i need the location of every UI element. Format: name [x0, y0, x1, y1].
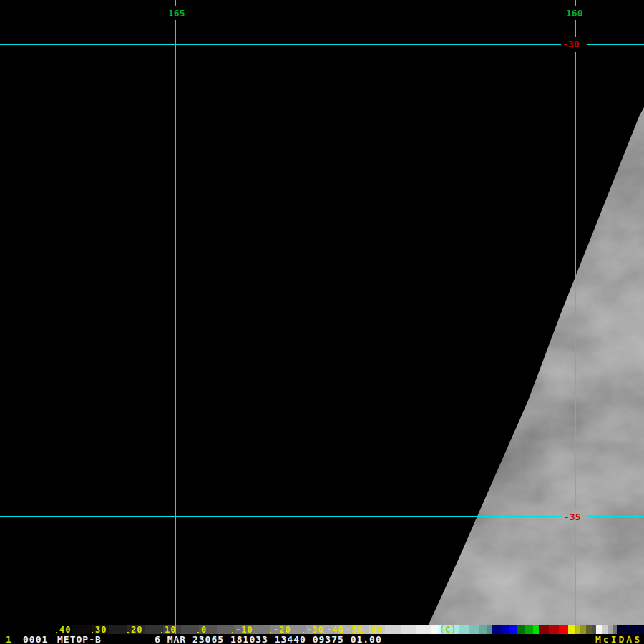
colorbar-tick-mark — [361, 632, 363, 633]
meridian-line — [575, 0, 576, 6]
colorbar-segment — [502, 625, 509, 634]
colorbar-segment — [487, 625, 492, 634]
colorbar-segment — [181, 625, 199, 634]
image-id: 0001 — [23, 635, 48, 644]
meridian-line — [175, 20, 176, 634]
satellite-image-canvas[interactable] — [0, 0, 644, 644]
meridian-line — [575, 20, 576, 37]
longitude-label: 165 — [168, 9, 185, 19]
parallel-line — [0, 516, 561, 517]
colorbar-segment — [559, 625, 568, 634]
colorbar-tick-label: -50 — [346, 625, 364, 634]
parallel-line — [0, 44, 561, 45]
colorbar-segment — [608, 625, 613, 634]
colorbar-segment — [401, 625, 416, 634]
colorbar-segment — [549, 625, 559, 634]
colorbar-tick-mark — [323, 632, 324, 633]
mcidas-image-viewer: 165160-30-35403020100-10-20-30-40-50-60(… — [0, 0, 644, 644]
colorbar-segment — [580, 625, 586, 634]
colorbar-segment — [517, 625, 525, 634]
colorbar-segment — [509, 625, 517, 634]
colorbar-tick-label: 40 — [59, 625, 71, 634]
colorbar-tick-label: -10 — [235, 625, 253, 634]
colorbar-tick-label: 30 — [95, 625, 107, 634]
colorbar-segment — [109, 625, 127, 634]
frame-number: 1 — [6, 635, 12, 644]
colorbar-tick-label: -60 — [365, 625, 383, 634]
latitude-label: -35 — [564, 512, 580, 522]
colorbar-tick-label: 10 — [165, 625, 176, 634]
colorbar-tick-label: -40 — [326, 625, 344, 634]
colorbar-segment — [525, 625, 533, 634]
parallel-line — [587, 516, 644, 517]
colorbar-segment — [617, 625, 644, 634]
colorbar-tick-mark — [303, 632, 304, 633]
colorbar-tick-mark — [127, 632, 129, 633]
colorbar-segment — [253, 625, 270, 634]
colorbar-segment — [385, 625, 401, 634]
colorbar-segment — [539, 625, 549, 634]
colorbar-segment — [416, 625, 431, 634]
longitude-label: 160 — [566, 9, 582, 19]
colorbar-segment — [586, 625, 592, 634]
satellite-name: METOP-B — [57, 635, 102, 644]
colorbar-segment — [431, 625, 438, 634]
colorbar-tick-mark — [342, 632, 343, 633]
colorbar-segment — [459, 625, 469, 634]
colorbar-segment — [479, 625, 487, 634]
colorbar-tick-label: -30 — [306, 625, 324, 634]
meridian-line — [175, 0, 176, 6]
colorbar-tick-label: -20 — [273, 625, 291, 634]
colorbar-tick-mark — [270, 632, 271, 633]
colorbar-tick-mark — [232, 632, 233, 633]
mcidas-brand-label: McIDAS — [595, 635, 642, 644]
colorbar-segment — [596, 625, 602, 634]
colorbar-tick-label: 20 — [131, 625, 142, 634]
status-bar: 1 0001 METOP-B 6 MAR 23065 181033 13440 … — [0, 634, 644, 644]
colorbar-tick-mark — [197, 632, 199, 633]
colorbar-tick-mark — [161, 632, 162, 633]
colorbar-segment — [492, 625, 502, 634]
colorbar-tick-mark — [56, 632, 57, 633]
latitude-label: -30 — [562, 39, 579, 49]
colorbar-segment — [602, 625, 608, 634]
colorbar-segment — [533, 625, 539, 634]
colorbar-segment — [469, 625, 479, 634]
colorbar-unit-label: (C) — [439, 625, 457, 634]
parallel-line — [587, 44, 644, 45]
image-datetime-info: 6 MAR 23065 181033 13440 09375 01.00 — [155, 635, 382, 644]
meridian-line — [575, 524, 576, 634]
satellite-swath — [401, 100, 644, 637]
colorbar-segment — [568, 625, 575, 634]
colorbar-tick-label: 0 — [201, 625, 207, 634]
colorbar-tick-mark — [92, 632, 93, 633]
colorbar-segment — [72, 625, 92, 634]
meridian-line — [575, 52, 576, 509]
